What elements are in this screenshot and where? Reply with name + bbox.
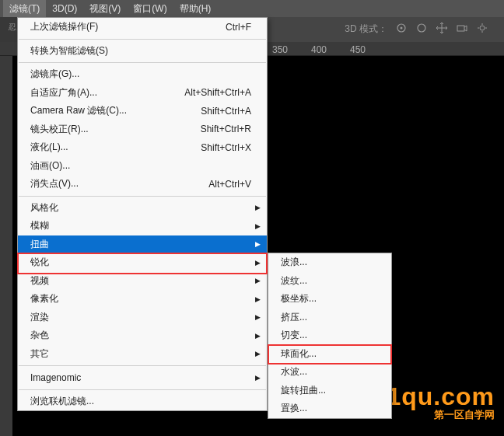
menu-item-shortcut: Alt+Shift+Ctrl+A [184,87,251,98]
menu-item-label: 液化(L)... [30,141,201,154]
menubar: 滤镜(T) 3D(D) 视图(V) 窗口(W) 帮助(H) [0,0,504,17]
submenu-item-label: 水波... [281,365,376,378]
menu-item[interactable]: 视频 [18,272,267,291]
menu-item-label: 浏览联机滤镜... [30,395,251,408]
menu-item[interactable]: 模糊 [18,217,267,235]
submenu-item[interactable]: 波纹... [268,272,391,291]
pan-icon[interactable] [415,22,428,37]
mode-label: 3D 模式： [345,23,387,36]
submenu-item[interactable]: 旋转扭曲... [268,382,391,400]
menu-item-label: 其它 [30,347,251,361]
menu-item-shortcut: Alt+Ctrl+V [208,179,251,190]
move-icon[interactable] [436,22,448,37]
submenu-item[interactable]: 水波... [268,363,391,382]
menu-item[interactable]: 浏览联机滤镜... [18,392,267,411]
menu-item-label: 消失点(V)... [30,177,208,190]
menu-item-label: 模糊 [30,219,251,232]
menu-item-label: 自适应广角(A)... [30,86,184,99]
menu-item[interactable]: 像素化 [18,290,267,309]
svg-rect-3 [457,26,464,31]
menu-item-label: 扭曲 [30,238,251,251]
menu-filter[interactable]: 滤镜(T) [3,0,46,18]
menu-item-label: 像素化 [30,292,251,305]
submenu-item-label: 波浪... [281,256,376,269]
submenu-item-label: 置换... [281,402,376,415]
menu-help[interactable]: 帮助(H) [173,0,218,18]
menu-item-label: 视频 [30,274,251,288]
submenu-item-label: 挤压... [281,311,376,324]
submenu-item[interactable]: 挤压... [268,309,391,327]
submenu-item-label: 切变... [281,329,376,342]
menu-item[interactable]: 风格化 [18,199,267,218]
submenu-item-label: 波纹... [281,274,376,288]
submenu-item-label: 旋转扭曲... [281,384,376,397]
svg-point-1 [401,27,403,30]
menu-item[interactable]: 其它 [18,345,267,364]
menu-item[interactable]: 自适应广角(A)...Alt+Shift+Ctrl+A [18,84,267,103]
submenu-item[interactable]: 极坐标... [268,290,391,309]
ruler-tick: 400 [311,44,327,55]
camera-icon[interactable] [456,22,468,37]
menu-item[interactable]: 油画(O)... [18,157,267,176]
submenu-item[interactable]: 球面化... [268,345,391,364]
ruler-tick: 450 [350,44,366,55]
ruler-tick: 350 [272,44,288,55]
submenu-item[interactable]: 波浪... [268,253,391,272]
menu-item-label: 杂色 [30,329,251,342]
menu-window[interactable]: 窗口(W) [127,0,173,18]
menu-item[interactable]: Camera Raw 滤镜(C)...Shift+Ctrl+A [18,102,267,120]
menu-item-label: 风格化 [30,201,251,215]
menu-item-label: Imagenomic [30,372,251,383]
menu-3d[interactable]: 3D(D) [46,1,83,16]
menu-item[interactable]: 杂色 [18,326,267,345]
submenu-item[interactable]: 置换... [268,399,391,418]
submenu-item-label: 极坐标... [281,292,376,305]
submenu-item[interactable]: 切变... [268,326,391,345]
ruler-vertical [0,56,12,436]
menu-item-label: 镜头校正(R)... [30,123,201,136]
menu-item[interactable]: 液化(L)...Shift+Ctrl+X [18,138,267,157]
svg-point-2 [418,24,425,32]
menu-item[interactable]: 转换为智能滤镜(S) [18,42,267,61]
menu-item-label: 转换为智能滤镜(S) [30,44,251,58]
menu-item-label: 锐化 [30,256,251,269]
menu-item-shortcut: Shift+Ctrl+X [201,142,251,153]
menu-view[interactable]: 视图(V) [83,0,127,18]
menu-item[interactable]: 上次滤镜操作(F)Ctrl+F [18,18,267,37]
menu-item[interactable]: 消失点(V)...Alt+Ctrl+V [18,175,267,194]
filter-menu: 上次滤镜操作(F)Ctrl+F转换为智能滤镜(S)滤镜库(G)...自适应广角(… [17,17,268,411]
menu-item-label: Camera Raw 滤镜(C)... [30,104,201,117]
menu-item[interactable]: Imagenomic [18,368,267,387]
svg-point-4 [480,26,485,30]
menu-item[interactable]: 滤镜库(G)... [18,65,267,84]
distort-submenu: 波浪...波纹...极坐标...挤压...切变...球面化...水波...旋转扭… [268,253,392,419]
menu-item-label: 油画(O)... [30,159,251,173]
menu-item-label: 滤镜库(G)... [30,68,251,81]
menu-item[interactable]: 渲染 [18,309,267,327]
orbit-icon[interactable] [395,22,408,37]
menu-item-label: 上次滤镜操作(F) [30,20,226,33]
menu-item-shortcut: Ctrl+F [226,22,251,33]
menu-item-label: 渲染 [30,311,251,324]
menu-item[interactable]: 镜头校正(R)...Shift+Ctrl+R [18,120,267,139]
menu-item[interactable]: 锐化 [18,253,267,272]
submenu-item-label: 球面化... [281,347,376,361]
light-icon[interactable] [476,22,488,37]
menu-item-shortcut: Shift+Ctrl+R [201,124,251,134]
menu-item-shortcut: Shift+Ctrl+A [201,106,251,117]
menu-item[interactable]: 扭曲 [18,235,267,254]
